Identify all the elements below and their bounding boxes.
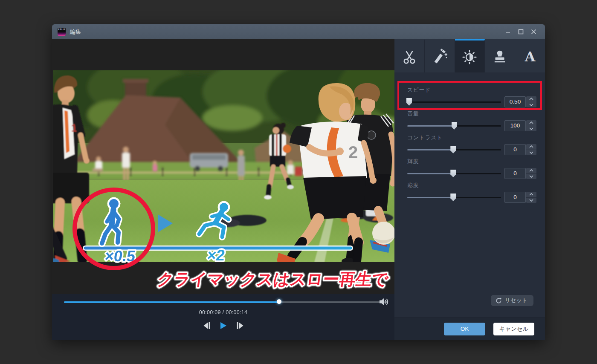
saturation-section: 彩度 0 [407,182,536,203]
text-icon: A [522,49,538,65]
zeus-logo: ZEUS [58,28,66,36]
play-button[interactable] [218,321,229,331]
next-frame-icon [236,322,244,329]
volume-label: 音量 [407,110,536,117]
chevron-up-icon [529,121,533,124]
video-frame: 1 [53,70,394,262]
volume-spin-down-button[interactable] [526,126,536,132]
close-button[interactable] [527,27,540,37]
tool-tabs: A [394,39,545,72]
contrast-value[interactable]: 0 [504,144,526,155]
contrast-spin-up-button[interactable] [526,144,536,150]
minimize-icon [505,29,510,35]
edit-window: ZEUS 編集 [52,24,545,340]
reset-button[interactable]: リセット [491,295,533,306]
window-title: 編集 [70,28,501,36]
chevron-down-icon [529,199,533,202]
play-icon [220,322,226,329]
desktop: ZEUS 編集 [0,0,597,364]
volume-slider[interactable] [407,120,501,131]
svg-text:クライマックスはスロー再生で: クライマックスはスロー再生で [156,270,390,288]
ok-button[interactable]: OK [444,323,485,335]
brightness-label: 輝度 [407,158,536,165]
saturation-slider[interactable] [407,192,501,203]
brightness-spinner [526,168,536,179]
scissors-icon [401,49,417,65]
seek-bar[interactable] [64,299,388,306]
contrast-slider-thumb[interactable] [450,146,456,153]
cancel-button[interactable]: キャンセル [493,323,534,335]
edit-panel: A スピード 0.50 [394,39,545,340]
speed-spin-down-button[interactable] [526,102,536,108]
brightness-contrast-icon [461,49,478,65]
chevron-up-icon [529,145,533,148]
brightness-slider-thumb[interactable] [450,170,456,177]
saturation-spin-down-button[interactable] [526,197,536,203]
volume-value[interactable]: 100 [504,120,526,131]
volume-button[interactable] [379,298,389,306]
prev-frame-icon [203,322,211,329]
brightness-section: 輝度 0 [407,158,536,179]
contrast-spin-down-button[interactable] [526,150,536,156]
maximize-button[interactable] [514,27,527,37]
saturation-spinner [526,192,536,203]
tab-effects[interactable] [425,39,455,72]
video-scene: 1 [53,70,394,262]
speed-spin-up-button[interactable] [526,96,536,102]
contrast-spinner [526,144,536,155]
saturation-label: 彩度 [407,182,536,188]
adjustment-controls: スピード 0.50 [394,72,545,318]
stamp-icon [492,49,508,65]
svg-text:2: 2 [348,143,358,162]
speed-label: スピード [407,87,536,93]
chevron-down-icon [529,127,533,130]
tab-adjust[interactable] [455,39,485,72]
titlebar: ZEUS 編集 [52,24,545,39]
minimize-button[interactable] [501,27,514,37]
chevron-up-icon [529,169,533,172]
transport-controls [52,321,394,331]
svg-text:A: A [525,49,536,64]
contrast-section: コントラスト 0 [407,134,536,155]
chevron-up-icon [529,193,533,196]
tab-text[interactable]: A [515,39,545,72]
tab-trim[interactable] [394,39,425,72]
chevron-down-icon [529,104,533,106]
next-frame-button[interactable] [235,321,245,331]
speed-slider-thumb[interactable] [406,98,412,106]
speed-value[interactable]: 0.50 [504,96,526,107]
brightness-spin-up-button[interactable] [526,168,536,173]
svg-text:クライマックスはスロー再生で: クライマックスはスロー再生で [156,270,390,288]
panel-footer: OK キャンセル [394,318,545,340]
volume-spinner [526,120,536,131]
brightness-slider[interactable] [407,168,501,179]
contrast-label: コントラスト [407,134,536,141]
time-display: 00:00:09 / 00:00:14 [52,309,394,315]
speed-slider[interactable] [407,96,501,107]
reset-label: リセット [505,297,527,304]
chevron-up-icon [529,98,533,100]
seek-thumb[interactable] [277,299,281,304]
saturation-spin-up-button[interactable] [526,192,536,197]
chevron-down-icon [529,151,533,154]
seek-fill [64,301,279,303]
svg-text:クライマックスはスロー再生で: クライマックスはスロー再生で [156,270,390,288]
prev-frame-button[interactable] [202,321,212,331]
chevron-down-icon [529,175,533,178]
speed-section: スピード 0.50 [407,87,536,107]
brightness-value[interactable]: 0 [504,168,526,179]
contrast-slider[interactable] [407,144,501,155]
video-player-pane: 1 [52,39,394,340]
saturation-value[interactable]: 0 [504,192,526,203]
magic-wand-icon [432,49,448,65]
speaker-icon [379,298,389,306]
volume-spin-up-button[interactable] [526,120,536,126]
volume-slider-thumb[interactable] [452,122,457,130]
player-bar: 00:00:09 / 00:00:14 [52,294,394,340]
brightness-spin-down-button[interactable] [526,173,536,179]
tab-watermark[interactable] [485,39,515,72]
video-caption: クライマックスはスロー再生で クライマックスはスロー再生で クライマックスはスロ… [156,270,390,288]
maximize-icon [518,29,524,35]
volume-section: 音量 100 [407,110,536,131]
saturation-slider-thumb[interactable] [450,194,456,201]
